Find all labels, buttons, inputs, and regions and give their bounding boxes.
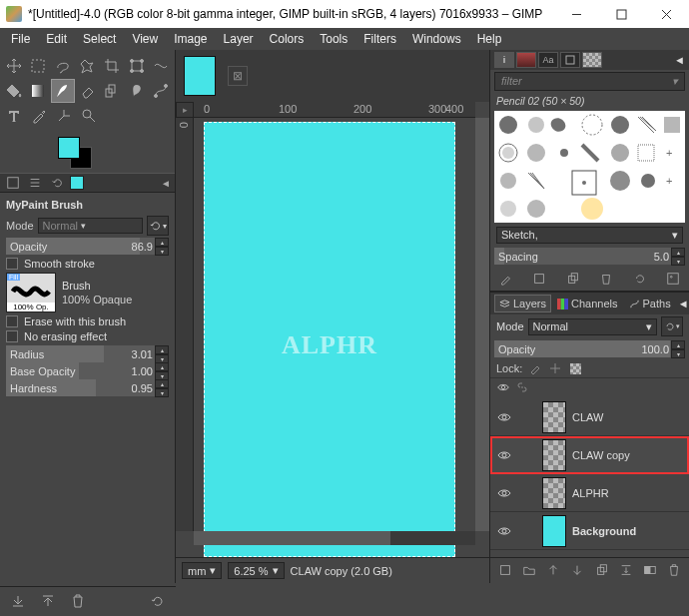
image-tab-close-icon[interactable]: ⊠ [228,66,248,86]
eye-icon[interactable] [494,523,514,539]
new-group-icon[interactable] [522,563,536,579]
layer-opacity-slider[interactable]: Opacity100.0▴▾ [494,340,685,357]
minimize-button[interactable] [554,0,599,28]
layer-name[interactable]: CLAW [572,411,603,423]
lock-position-icon[interactable] [548,361,562,375]
horizontal-ruler[interactable]: 0 100 200 300 400 [194,102,475,118]
mode-dropdown[interactable]: Normal▾ [38,218,143,234]
tool-bucket-icon[interactable] [2,79,26,103]
brush-preset-dropdown[interactable]: Sketch,▾ [496,227,683,244]
spacing-slider[interactable]: Spacing5.0▴▾ [494,248,685,265]
dock-menu-icon[interactable]: ◄ [161,178,171,189]
layer-name[interactable]: CLAW copy [572,449,630,461]
patterns-tab-icon[interactable] [516,52,536,68]
undo-history-icon[interactable] [48,174,66,192]
delete-layer-icon[interactable] [667,563,681,579]
radius-slider[interactable]: Radius3.01▴▾ [6,345,169,362]
layer-mode-dropdown[interactable]: Normal▾ [528,318,657,335]
canvas[interactable]: ALPHR [204,122,455,557]
new-layer-icon[interactable] [498,563,512,579]
layer-mode-reset-icon[interactable]: ▾ [661,316,683,336]
lock-alpha-icon[interactable] [568,361,582,375]
layer-name[interactable]: ALPHR [572,487,609,499]
layer-row[interactable]: CLAW [490,398,689,436]
close-button[interactable] [644,0,689,28]
lower-layer-icon[interactable] [570,563,584,579]
unit-dropdown[interactable]: mm▾ [182,562,222,579]
merge-down-icon[interactable] [619,563,633,579]
tool-gradient-icon[interactable] [27,79,51,103]
tool-mypaint-brush-icon[interactable] [51,79,75,103]
layer-row[interactable]: Background [490,512,689,550]
smooth-stroke-check[interactable]: Smooth stroke [6,258,169,270]
brushes-tab-icon[interactable]: i [494,52,514,68]
mode-reset-icon[interactable]: ▾ [147,216,169,236]
restore-preset-icon[interactable] [40,593,56,611]
tool-move-icon[interactable] [2,54,26,78]
menu-windows[interactable]: Windows [405,30,468,48]
fonts-tab-icon[interactable]: Aa [538,52,558,68]
menu-filters[interactable]: Filters [356,30,403,48]
tool-rect-select-icon[interactable] [27,54,51,78]
tool-zoom-icon[interactable] [77,104,101,128]
zoom-dropdown[interactable]: 6.25 %▾ [228,562,284,579]
refresh-brush-icon[interactable] [630,270,650,288]
reset-icon[interactable] [150,593,166,611]
gradients-tab-icon[interactable] [582,52,602,68]
delete-preset-icon[interactable] [70,593,86,611]
tool-options-icon[interactable] [4,174,22,192]
duplicate-layer-icon[interactable] [595,563,609,579]
layer-name[interactable]: Background [572,525,636,537]
tool-warp-icon[interactable] [149,54,173,78]
edit-brush-icon[interactable] [496,270,516,288]
brush-filter-input[interactable]: filter▾ [494,72,685,91]
channels-tab[interactable]: Channels [552,295,622,312]
layer-row[interactable]: CLAW copy [490,436,689,474]
menu-image[interactable]: Image [167,30,214,48]
device-status-icon[interactable] [26,174,44,192]
brush-grid[interactable]: + + [494,111,685,223]
brushes-dock-menu-icon[interactable]: ◄ [674,54,685,66]
menu-select[interactable]: Select [76,30,123,48]
tool-fuzzy-select-icon[interactable] [76,54,100,78]
tool-crop-icon[interactable] [100,54,124,78]
menu-colors[interactable]: Colors [263,30,312,48]
layer-row[interactable]: ALPHR [490,474,689,512]
tool-text-icon[interactable] [2,104,26,128]
layers-tab[interactable]: Layers [494,295,551,312]
tool-clone-icon[interactable] [100,79,124,103]
horizontal-scrollbar[interactable] [194,531,475,545]
lock-pixels-icon[interactable] [528,361,542,375]
tool-measure-icon[interactable] [52,104,76,128]
eye-icon[interactable] [494,485,514,501]
layers-dock-menu-icon[interactable]: ◄ [678,298,689,309]
menu-tools[interactable]: Tools [313,30,354,48]
menu-layer[interactable]: Layer [217,30,261,48]
save-preset-icon[interactable] [10,593,26,611]
opacity-slider[interactable]: Opacity 86.9 ▴▾ [6,238,169,255]
menu-edit[interactable]: Edit [39,30,74,48]
new-brush-icon[interactable] [529,270,549,288]
paths-tab[interactable]: Paths [624,295,676,312]
brush-preview[interactable]: Fill 100% Op. [6,273,56,312]
ruler-origin[interactable]: ▸ [176,102,194,118]
vertical-scrollbar[interactable] [475,118,489,531]
raise-layer-icon[interactable] [546,563,560,579]
erase-check[interactable]: Erase with this brush [6,315,169,327]
menu-help[interactable]: Help [470,30,509,48]
vertical-ruler[interactable]: 0 [176,118,194,531]
hardness-slider[interactable]: Hardness0.95▴▾ [6,379,169,396]
base-opacity-slider[interactable]: Base Opacity1.00▴▾ [6,362,169,379]
delete-brush-icon[interactable] [596,270,616,288]
menu-file[interactable]: File [4,30,37,48]
fg-color-swatch[interactable] [58,137,80,159]
maximize-button[interactable] [599,0,644,28]
tool-paths-icon[interactable] [149,79,173,103]
duplicate-brush-icon[interactable] [563,270,583,288]
tool-transform-icon[interactable] [125,54,149,78]
image-tab-thumb[interactable] [184,56,216,96]
noerase-check[interactable]: No erasing effect [6,330,169,342]
open-as-image-icon[interactable] [663,270,683,288]
tool-free-select-icon[interactable] [51,54,75,78]
tool-eraser-icon[interactable] [76,79,100,103]
